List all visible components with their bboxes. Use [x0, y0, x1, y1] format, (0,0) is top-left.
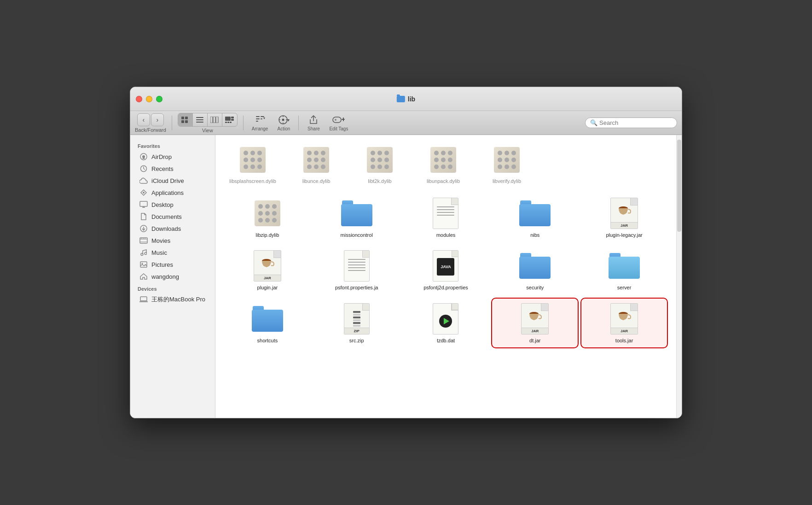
icon-view-button[interactable] [178, 113, 193, 126]
share-button[interactable]: Share [304, 113, 323, 132]
list-item[interactable]: shortcuts [225, 299, 310, 347]
jar-icon: JAR [610, 303, 638, 335]
dylib-icon [367, 147, 393, 173]
sidebar-item-movies[interactable]: Movies [132, 235, 213, 247]
generic-file-icon [344, 250, 370, 282]
folder-body [252, 310, 283, 332]
sidebar-item-documents[interactable]: Documents [132, 211, 213, 223]
file-name: src.zip [349, 337, 364, 344]
jar-label: JAR [254, 275, 281, 281]
sidebar-item-applications[interactable]: Applications [132, 187, 213, 199]
minimize-button[interactable] [146, 96, 152, 102]
dylib-icon [430, 147, 456, 173]
file-name: libunce.dylib [302, 178, 331, 184]
java-file-icon: JAVA [433, 250, 458, 282]
dylib-dots [244, 151, 262, 169]
svg-rect-0 [181, 117, 184, 119]
search-box[interactable]: 🔍 [585, 117, 677, 128]
scrollbar[interactable] [676, 135, 682, 418]
top-row: libsplashscreen.dylib libunce.dylib [223, 140, 669, 188]
svg-rect-29 [333, 117, 341, 123]
forward-button[interactable]: › [151, 113, 164, 126]
java-badge: JAVA [437, 258, 454, 276]
file-lines [348, 259, 365, 273]
sidebar-item-music[interactable]: Music [132, 247, 213, 258]
list-item[interactable]: JAVA psfontj2d.properties [403, 246, 489, 294]
sidebar-item-recents[interactable]: Recents [132, 163, 213, 175]
main-layout: Favorites AirDrop [130, 135, 682, 418]
list-item[interactable]: missioncontrol [314, 193, 400, 242]
svg-rect-8 [213, 117, 215, 123]
svg-rect-17 [261, 116, 264, 117]
file-icon-wrap [251, 302, 284, 335]
media-file-icon [433, 303, 458, 335]
dylib-dots [307, 151, 325, 169]
svg-rect-54 [140, 297, 147, 301]
applications-icon [139, 188, 148, 197]
maximize-button[interactable] [156, 96, 162, 102]
list-item[interactable]: psfont.properties.ja [314, 246, 400, 294]
svg-point-53 [142, 263, 143, 264]
list-item[interactable]: nibs [492, 193, 578, 242]
svg-point-51 [145, 252, 147, 255]
search-input[interactable] [599, 119, 672, 126]
file-icon-wrap [429, 302, 462, 335]
nav-label: Back/Forward [135, 127, 166, 133]
back-button[interactable]: ‹ [137, 113, 150, 126]
dylib-dots [434, 151, 452, 169]
list-item[interactable]: server [581, 246, 667, 294]
file-name: psfont.properties.ja [335, 284, 378, 291]
list-item[interactable]: libunpack.dylib [413, 140, 473, 188]
titlebar: lib [130, 87, 682, 111]
list-item[interactable]: JAR dt.jar [492, 299, 578, 347]
sidebar-item-macbook[interactable]: 王栋的MacBook Pro [132, 294, 213, 305]
list-item[interactable]: libt2k.dylib [350, 140, 410, 188]
list-item[interactable]: libsplashscreen.dylib [223, 140, 283, 188]
list-item[interactable]: JAR plugin-legacy.jar [581, 193, 667, 242]
movies-icon [139, 236, 148, 245]
folder-icon [519, 253, 551, 279]
sidebar-item-icloud[interactable]: iCloud Drive [132, 175, 213, 187]
close-button[interactable] [136, 96, 142, 102]
scrollbar-thumb[interactable] [677, 140, 681, 232]
svg-rect-16 [256, 116, 260, 117]
file-icon-wrap: JAR [608, 197, 641, 230]
list-view-button[interactable] [193, 113, 208, 126]
edit-tags-button[interactable]: Edit Tags [326, 113, 351, 132]
list-item[interactable]: libverify.dylib [477, 140, 537, 188]
svg-rect-12 [231, 119, 234, 121]
pictures-icon [139, 260, 148, 269]
separator-1 [172, 116, 172, 130]
sidebar-item-wangdong[interactable]: wangdong [132, 270, 213, 282]
favorites-section-title: Favorites [130, 140, 215, 151]
dylib-dots [498, 151, 516, 169]
airdrop-label: AirDrop [151, 153, 172, 160]
list-item[interactable]: libzip.dylib [225, 193, 310, 242]
svg-rect-15 [230, 122, 232, 123]
list-item[interactable]: ZIP src.zip [314, 299, 400, 347]
file-name: nibs [530, 232, 539, 238]
list-item[interactable]: libunce.dylib [286, 140, 346, 188]
file-lines [437, 206, 454, 217]
column-view-button[interactable] [208, 113, 222, 126]
file-name: libt2k.dylib [368, 178, 391, 184]
file-icon-wrap [340, 249, 373, 282]
list-item[interactable]: modules [403, 193, 489, 242]
sidebar-item-pictures[interactable]: Pictures [132, 258, 213, 270]
gallery-view-button[interactable] [222, 113, 237, 126]
file-icon-wrap [518, 197, 551, 230]
list-item[interactable]: tzdb.dat [403, 299, 489, 347]
list-item[interactable]: JAR plugin.jar [225, 246, 310, 294]
list-item[interactable]: JAR tools.jar [581, 299, 667, 347]
svg-rect-14 [227, 122, 229, 123]
file-icon [490, 143, 523, 176]
arrange-button[interactable]: Arrange [249, 113, 271, 132]
sidebar-item-airdrop[interactable]: AirDrop [132, 151, 213, 163]
list-item[interactable]: security [492, 246, 578, 294]
sidebar-item-downloads[interactable]: Downloads [132, 223, 213, 235]
wangdong-label: wangdong [151, 273, 179, 280]
action-button[interactable]: ▾ Action [274, 113, 293, 132]
movies-label: Movies [151, 237, 170, 244]
jar-icon: JAR [610, 198, 638, 229]
sidebar-item-desktop[interactable]: Desktop [132, 199, 213, 211]
